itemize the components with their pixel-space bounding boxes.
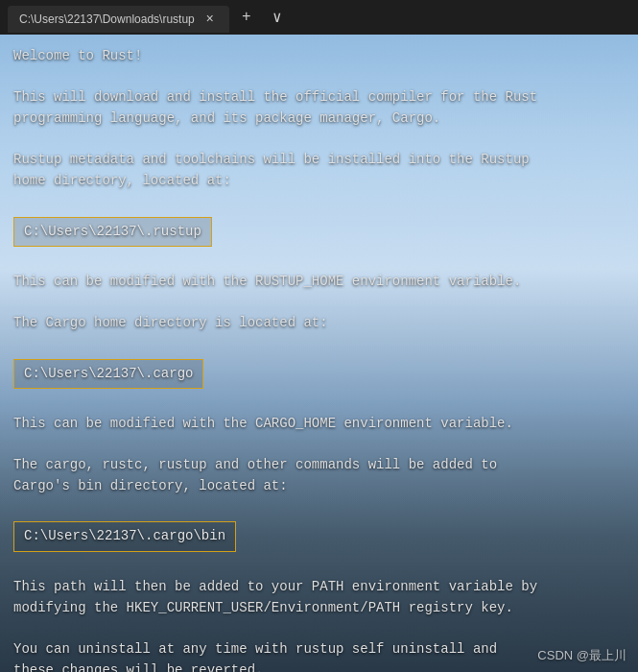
tab-close-button[interactable]: ×	[202, 12, 218, 27]
terminal-line: home directory, located at:	[13, 171, 625, 192]
path-box: C:\Users\22137\.cargo\bin	[13, 521, 236, 552]
terminal-line: these changes will be reverted.	[13, 660, 625, 672]
terminal-line: This will download and install the offic…	[13, 87, 625, 108]
terminal-line: This can be modified with the CARGO_HOME…	[13, 414, 625, 435]
terminal-output: Welcome to Rust!This will download and i…	[13, 46, 625, 672]
empty-line	[13, 334, 625, 355]
path-box: C:\Users\22137\.cargo	[13, 359, 203, 390]
terminal-line: Rustup metadata and toolchains will be i…	[13, 150, 625, 171]
terminal-tab[interactable]: C:\Users\22137\Downloads\rustup ×	[8, 6, 229, 33]
terminal-line: programming language, and its package ma…	[13, 108, 625, 130]
empty-line	[13, 67, 625, 88]
empty-line	[13, 393, 625, 414]
empty-line	[13, 556, 625, 577]
tab-title: C:\Users\22137\Downloads\rustup	[19, 12, 195, 26]
empty-line	[13, 497, 625, 518]
watermark: CSDN @最上川	[537, 647, 626, 664]
terminal-line: The Cargo home directory is located at:	[13, 313, 625, 334]
window: C:\Users\22137\Downloads\rustup × + ∨ We…	[0, 0, 638, 672]
terminal-line: You can uninstall at any time with rustu…	[13, 639, 625, 660]
terminal-line: Cargo's bin directory, located at:	[13, 476, 625, 497]
new-tab-button[interactable]: +	[233, 4, 260, 31]
terminal-line: This can be modified with the RUSTUP_HOM…	[13, 272, 625, 293]
terminal-line: modifying the HKEY_CURRENT_USER/Environm…	[13, 598, 625, 619]
titlebar: C:\Users\22137\Downloads\rustup × + ∨	[0, 0, 638, 35]
empty-line	[13, 192, 625, 213]
terminal-line: Welcome to Rust!	[13, 46, 625, 67]
terminal-line: The cargo, rustc, rustup and other comma…	[13, 455, 625, 476]
terminal-line: This path will then be added to your PAT…	[13, 577, 625, 598]
empty-line	[13, 435, 625, 456]
empty-line	[13, 130, 625, 151]
tab-actions: + ∨	[233, 4, 291, 31]
empty-line	[13, 293, 625, 314]
path-box: C:\Users\22137\.rustup	[13, 217, 212, 248]
dropdown-button[interactable]: ∨	[264, 4, 291, 31]
terminal-content: Welcome to Rust!This will download and i…	[0, 35, 638, 672]
empty-line	[13, 251, 625, 272]
empty-line	[13, 618, 625, 639]
